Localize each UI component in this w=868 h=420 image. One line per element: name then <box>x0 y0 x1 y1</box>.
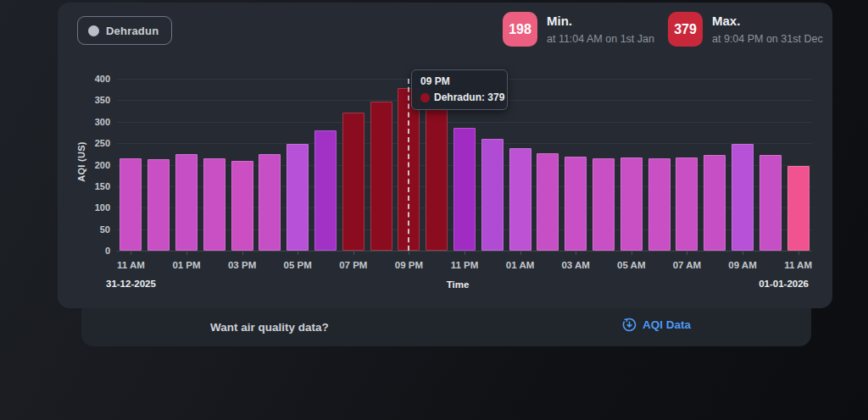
y-tick-label: 100 <box>75 202 110 213</box>
tooltip-time: 09 PM <box>420 75 498 87</box>
y-tick-label: 300 <box>75 117 110 127</box>
bar-11am[interactable] <box>120 158 142 251</box>
x-tick-label: 05 AM <box>611 260 652 270</box>
chart-card: Dehradun 198 Min. at 11:04 AM on 1st Jan… <box>58 3 832 308</box>
y-tick-label: 0 <box>75 246 110 256</box>
bar-07am[interactable] <box>676 158 698 251</box>
hover-crosshair-line <box>408 79 409 251</box>
aqi-data-label: AQI Data <box>643 318 691 331</box>
x-tick-label: 11 AM <box>110 260 151 270</box>
y-tick-label: 350 <box>75 95 110 105</box>
bar-06pm[interactable] <box>314 130 337 251</box>
x-tick-label: 01 PM <box>166 260 207 270</box>
y-tick-label: 400 <box>75 74 110 84</box>
x-tick-mark <box>353 251 354 255</box>
y-tick-label: 250 <box>75 138 110 148</box>
x-tick-label: 07 AM <box>666 260 707 270</box>
x-tick-mark <box>465 251 465 255</box>
x-tick-mark <box>409 251 409 255</box>
x-tick-mark <box>186 251 187 255</box>
x-axis-title: Time <box>431 279 485 290</box>
bar-11am[interactable] <box>787 166 810 251</box>
x-tick-mark <box>687 251 687 255</box>
start-date-label: 31-12-2025 <box>106 279 156 289</box>
y-tick-label: 200 <box>75 160 110 170</box>
bar-08pm[interactable] <box>370 102 392 251</box>
download-circle-icon <box>622 318 637 332</box>
bar-10pm[interactable] <box>426 108 448 251</box>
bar-02am[interactable] <box>537 153 559 251</box>
x-tick-label: 03 PM <box>222 260 263 270</box>
bar-03pm[interactable] <box>231 161 253 251</box>
x-tick-label: 07 PM <box>333 260 374 270</box>
bar-02pm[interactable] <box>203 158 225 251</box>
end-date-label: 01-01-2026 <box>732 279 809 289</box>
bar-06am[interactable] <box>648 158 670 251</box>
x-tick-mark <box>298 251 298 255</box>
gridline <box>117 122 812 123</box>
tooltip-series-dot-icon <box>420 93 430 102</box>
x-tick-mark <box>131 251 131 255</box>
aqi-data-link[interactable]: AQI Data <box>622 318 691 332</box>
x-tick-label: 05 PM <box>277 260 318 270</box>
x-tick-mark <box>743 251 743 255</box>
tooltip-value: Dehradun: 379 <box>434 91 504 103</box>
x-tick-label: 03 AM <box>555 260 596 270</box>
bar-08am[interactable] <box>704 155 726 251</box>
bar-03am[interactable] <box>565 157 587 251</box>
bar-01pm[interactable] <box>175 154 198 251</box>
x-tick-label: 11 AM <box>778 260 819 270</box>
bar-10am[interactable] <box>760 155 782 251</box>
bar-04pm[interactable] <box>259 154 281 251</box>
footer-question: Want air quality data? <box>210 321 329 334</box>
bar-01am[interactable] <box>509 148 531 251</box>
bar-12pm[interactable] <box>147 159 170 251</box>
bar-12am[interactable] <box>481 139 504 251</box>
x-tick-label: 01 AM <box>500 260 541 270</box>
bar-05am[interactable] <box>620 158 643 251</box>
bar-11pm[interactable] <box>453 128 476 251</box>
x-tick-mark <box>242 251 243 255</box>
x-tick-mark <box>576 251 576 255</box>
aqi-bar-chart: AQI (US) 31-12-2025 Time 01-01-2026 09 P… <box>58 3 832 308</box>
x-tick-mark <box>632 251 632 255</box>
x-tick-mark <box>798 251 799 255</box>
y-tick-label: 50 <box>75 224 110 235</box>
x-tick-label: 09 AM <box>722 260 763 270</box>
x-tick-label: 09 PM <box>388 260 429 270</box>
bar-09am[interactable] <box>732 144 754 251</box>
y-tick-label: 150 <box>75 181 110 191</box>
bar-07pm[interactable] <box>342 113 364 251</box>
bar-04am[interactable] <box>593 158 615 251</box>
x-tick-mark <box>520 251 521 255</box>
chart-tooltip: 09 PM Dehradun: 379 <box>411 69 508 110</box>
bar-05pm[interactable] <box>287 144 309 251</box>
x-tick-label: 11 PM <box>444 260 485 270</box>
